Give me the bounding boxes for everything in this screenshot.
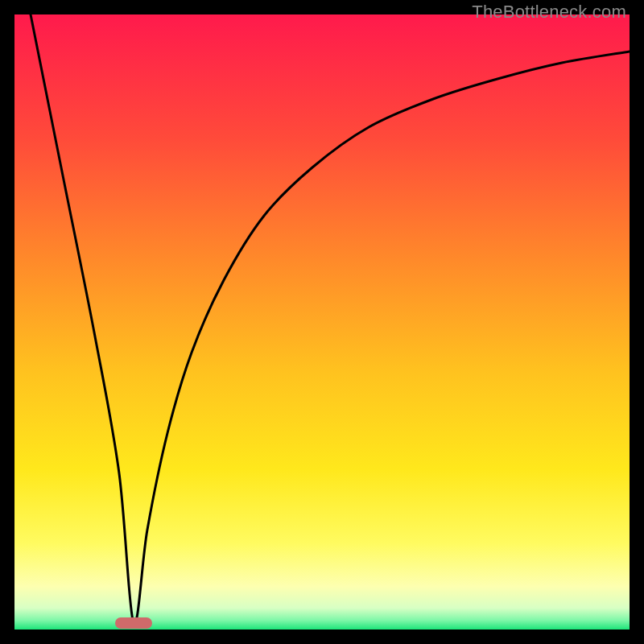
optimal-point-marker [115, 617, 152, 629]
watermark-text: TheBottleneck.com [472, 2, 626, 23]
plot-frame [14, 14, 630, 630]
bottleneck-curve [14, 14, 630, 630]
